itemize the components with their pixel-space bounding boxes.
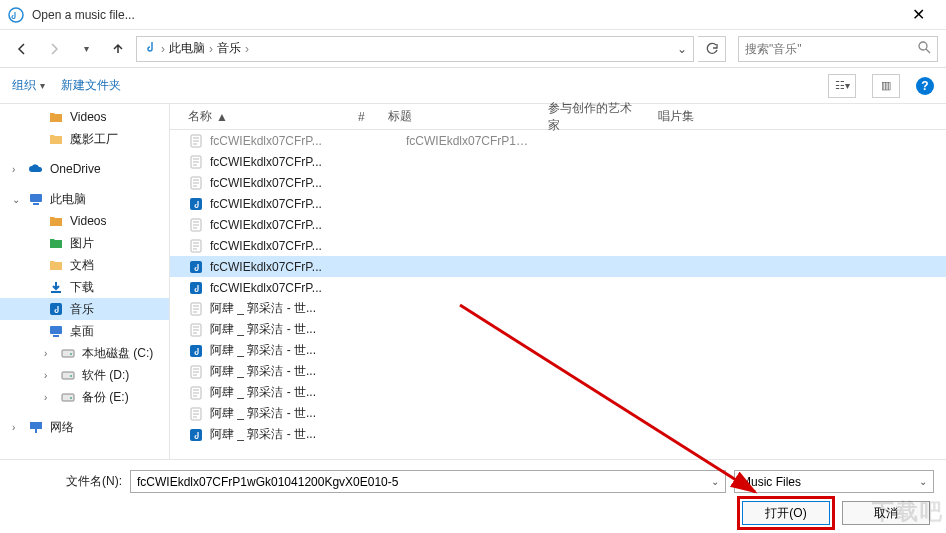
- refresh-button[interactable]: [698, 36, 726, 62]
- tree-label: 本地磁盘 (C:): [82, 345, 153, 362]
- folder-doc-icon: [48, 257, 64, 273]
- file-row[interactable]: 阿肆 _ 郭采洁 - 世...: [170, 361, 946, 382]
- folder-video-icon: [48, 109, 64, 125]
- column-number[interactable]: #: [350, 110, 380, 124]
- doc-icon: [188, 154, 204, 170]
- file-row[interactable]: 阿肆 _ 郭采洁 - 世...: [170, 298, 946, 319]
- file-name: fcCWIEkdlx07CFrP...: [210, 218, 370, 232]
- tree-item[interactable]: 桌面: [0, 320, 169, 342]
- help-button[interactable]: ?: [916, 77, 934, 95]
- expand-icon[interactable]: ›: [44, 348, 54, 359]
- file-title: fcCWIEkdlx07CFrP1wGk...: [376, 134, 536, 148]
- onedrive-icon: [28, 161, 44, 177]
- doc-icon: [188, 301, 204, 317]
- column-album[interactable]: 唱片集: [650, 108, 750, 125]
- file-row[interactable]: fcCWIEkdlx07CFrP...: [170, 151, 946, 172]
- svg-rect-7: [50, 326, 62, 334]
- navigation-tree[interactable]: Videos魔影工厂›OneDrive⌄此电脑Videos图片文档下载音乐桌面›…: [0, 104, 170, 459]
- pc-icon: [28, 191, 44, 207]
- tree-item[interactable]: 音乐: [0, 298, 169, 320]
- file-name: 阿肆 _ 郭采洁 - 世...: [210, 300, 370, 317]
- address-bar[interactable]: › 此电脑 › 音乐 › ⌄: [136, 36, 694, 62]
- expand-icon[interactable]: ›: [44, 392, 54, 403]
- file-row[interactable]: 阿肆 _ 郭采洁 - 世...: [170, 403, 946, 424]
- tree-item[interactable]: ›网络: [0, 416, 169, 438]
- file-name: fcCWIEkdlx07CFrP...: [210, 197, 370, 211]
- close-button[interactable]: ✕: [898, 5, 938, 24]
- search-box[interactable]: [738, 36, 938, 62]
- svg-rect-4: [33, 203, 39, 205]
- tree-item[interactable]: ›软件 (D:): [0, 364, 169, 386]
- column-title[interactable]: 标题: [380, 108, 540, 125]
- network-icon: [28, 419, 44, 435]
- window-title: Open a music file...: [32, 8, 898, 22]
- filename-dropdown-icon[interactable]: ⌄: [711, 476, 719, 487]
- new-folder-button[interactable]: 新建文件夹: [61, 77, 121, 94]
- music-icon: [48, 301, 64, 317]
- breadcrumb-sep: ›: [245, 42, 249, 56]
- tree-item[interactable]: ›OneDrive: [0, 158, 169, 180]
- file-name: fcCWIEkdlx07CFrP...: [210, 176, 370, 190]
- column-artist[interactable]: 参与创作的艺术家: [540, 100, 650, 134]
- disk-icon: [60, 389, 76, 405]
- tree-item[interactable]: ›本地磁盘 (C:): [0, 342, 169, 364]
- tree-item[interactable]: Videos: [0, 106, 169, 128]
- file-row[interactable]: 阿肆 _ 郭采洁 - 世...: [170, 319, 946, 340]
- file-name: fcCWIEkdlx07CFrP...: [210, 281, 370, 295]
- back-button[interactable]: [8, 35, 36, 63]
- desktop-icon: [48, 323, 64, 339]
- music-icon: [188, 280, 204, 296]
- cancel-button[interactable]: 取消: [842, 501, 930, 525]
- expand-icon[interactable]: ›: [12, 422, 22, 433]
- file-row[interactable]: fcCWIEkdlx07CFrP...: [170, 256, 946, 277]
- tree-item[interactable]: 文档: [0, 254, 169, 276]
- file-row[interactable]: fcCWIEkdlx07CFrP...: [170, 235, 946, 256]
- filter-dropdown-icon[interactable]: ⌄: [919, 476, 927, 487]
- address-dropdown[interactable]: ⌄: [677, 42, 687, 56]
- up-button[interactable]: [104, 35, 132, 63]
- tree-item[interactable]: Videos: [0, 210, 169, 232]
- open-button[interactable]: 打开(O): [742, 501, 830, 525]
- tree-item[interactable]: 魔影工厂: [0, 128, 169, 150]
- filename-value: fcCWIEkdlx07CFrP1wGk01041200KgvX0E010-5: [137, 475, 398, 489]
- breadcrumb-pc[interactable]: 此电脑: [169, 40, 205, 57]
- tree-item[interactable]: ⌄此电脑: [0, 188, 169, 210]
- file-row[interactable]: fcCWIEkdlx07CFrP...: [170, 172, 946, 193]
- file-list[interactable]: fcCWIEkdlx07CFrP...fcCWIEkdlx07CFrP1wGk.…: [170, 130, 946, 459]
- column-name[interactable]: 名称▲: [180, 108, 350, 125]
- organize-button[interactable]: 组织▾: [12, 77, 45, 94]
- file-row[interactable]: fcCWIEkdlx07CFrP...: [170, 277, 946, 298]
- forward-button[interactable]: [40, 35, 68, 63]
- tree-item[interactable]: 图片: [0, 232, 169, 254]
- search-icon[interactable]: [918, 41, 931, 57]
- file-row[interactable]: fcCWIEkdlx07CFrP...: [170, 193, 946, 214]
- doc-icon: [188, 385, 204, 401]
- breadcrumb-music[interactable]: 音乐: [217, 40, 241, 57]
- file-row[interactable]: fcCWIEkdlx07CFrP...: [170, 214, 946, 235]
- file-type-filter[interactable]: Music Files ⌄: [734, 470, 934, 493]
- folder-icon: [48, 131, 64, 147]
- file-row[interactable]: 阿肆 _ 郭采洁 - 世...: [170, 424, 946, 445]
- file-name: 阿肆 _ 郭采洁 - 世...: [210, 363, 370, 380]
- file-row[interactable]: 阿肆 _ 郭采洁 - 世...: [170, 340, 946, 361]
- file-row[interactable]: 阿肆 _ 郭采洁 - 世...: [170, 382, 946, 403]
- expand-icon[interactable]: ⌄: [12, 194, 22, 205]
- tree-item[interactable]: 下载: [0, 276, 169, 298]
- preview-pane-button[interactable]: ▥: [872, 74, 900, 98]
- svg-rect-11: [62, 372, 74, 379]
- file-row[interactable]: fcCWIEkdlx07CFrP...fcCWIEkdlx07CFrP1wGk.…: [170, 130, 946, 151]
- file-name: 阿肆 _ 郭采洁 - 世...: [210, 426, 370, 443]
- column-headers[interactable]: 名称▲ # 标题 参与创作的艺术家 唱片集: [170, 104, 946, 130]
- recent-dropdown[interactable]: ▾: [72, 35, 100, 63]
- expand-icon[interactable]: ›: [44, 370, 54, 381]
- view-mode-button[interactable]: ☷ ▾: [828, 74, 856, 98]
- file-name: 阿肆 _ 郭采洁 - 世...: [210, 342, 370, 359]
- expand-icon[interactable]: ›: [12, 164, 22, 175]
- svg-point-1: [919, 42, 927, 50]
- tree-label: Videos: [70, 110, 106, 124]
- filename-input[interactable]: fcCWIEkdlx07CFrP1wGk01041200KgvX0E010-5 …: [130, 470, 726, 493]
- tree-label: 桌面: [70, 323, 94, 340]
- tree-item[interactable]: ›备份 (E:): [0, 386, 169, 408]
- tree-label: 音乐: [70, 301, 94, 318]
- search-input[interactable]: [745, 42, 912, 56]
